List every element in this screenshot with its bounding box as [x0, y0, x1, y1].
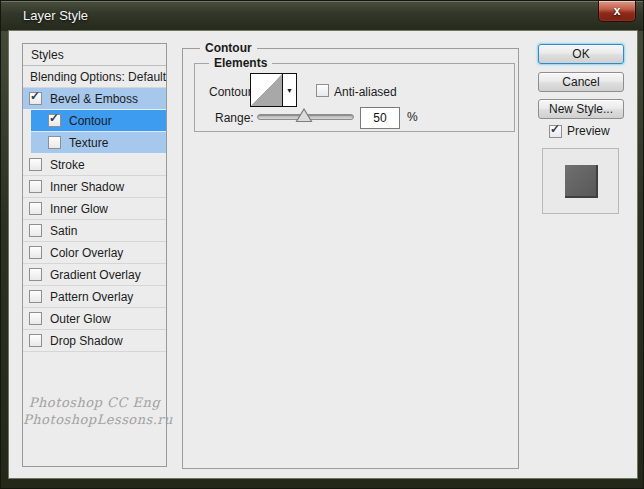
- sidebar-item-pattern-overlay[interactable]: Pattern Overlay: [23, 286, 166, 308]
- range-slider-thumb[interactable]: [295, 108, 313, 123]
- sidebar-item-stroke[interactable]: Stroke: [23, 154, 166, 176]
- gradient-overlay-checkbox[interactable]: [29, 268, 42, 281]
- checkmark-icon: ✓: [550, 123, 560, 136]
- ok-button[interactable]: OK: [538, 44, 624, 64]
- range-label: Range:: [215, 111, 254, 125]
- anti-aliased-label: Anti-aliased: [334, 85, 397, 99]
- contour-checkbox[interactable]: ✓: [48, 114, 61, 127]
- title-bar[interactable]: Layer Style x: [1, 1, 643, 31]
- anti-aliased-checkbox[interactable]: [316, 84, 329, 97]
- sidebar-item-blending-options[interactable]: Blending Options: Default: [23, 66, 166, 88]
- inner-glow-checkbox[interactable]: [29, 202, 42, 215]
- contour-group-title: Contour: [200, 41, 257, 55]
- sidebar-item-texture[interactable]: Texture: [31, 132, 166, 154]
- inner-shadow-checkbox[interactable]: [29, 180, 42, 193]
- layer-style-dialog: Layer Style x Styles Blending Options: D…: [0, 0, 644, 489]
- sidebar-item-contour[interactable]: ✓ Contour: [31, 110, 166, 132]
- preview-label: Preview: [567, 124, 610, 138]
- outer-glow-checkbox[interactable]: [29, 312, 42, 325]
- watermark: Photoshop CC Eng PhotoshopLessons.ru: [23, 394, 166, 428]
- close-icon: x: [614, 4, 621, 18]
- checkmark-icon: ✓: [30, 90, 40, 103]
- drop-shadow-checkbox[interactable]: [29, 334, 42, 347]
- sidebar-item-inner-glow[interactable]: Inner Glow: [23, 198, 166, 220]
- sidebar-item-satin[interactable]: Satin: [23, 220, 166, 242]
- satin-checkbox[interactable]: [29, 224, 42, 237]
- contour-panel: Contour Elements Contour: ▼ Anti-aliased…: [182, 48, 519, 469]
- sidebar-item-gradient-overlay[interactable]: Gradient Overlay: [23, 264, 166, 286]
- sidebar-item-drop-shadow[interactable]: Drop Shadow: [23, 330, 166, 352]
- sidebar-item-inner-shadow[interactable]: Inner Shadow: [23, 176, 166, 198]
- watermark-line2: PhotoshopLessons.ru: [23, 411, 166, 428]
- contour-field-label: Contour:: [209, 85, 255, 99]
- contour-picker[interactable]: ▼: [250, 73, 297, 107]
- styles-header: Styles: [23, 44, 166, 66]
- style-preview-thumbnail: [565, 165, 598, 198]
- range-input[interactable]: [360, 107, 400, 129]
- texture-checkbox[interactable]: [48, 136, 61, 149]
- elements-group: Elements Contour: ▼ Anti-aliased Range: …: [194, 63, 515, 132]
- sidebar-item-outer-glow[interactable]: Outer Glow: [23, 308, 166, 330]
- stroke-checkbox[interactable]: [29, 158, 42, 171]
- pattern-overlay-checkbox[interactable]: [29, 290, 42, 303]
- elements-group-title: Elements: [209, 56, 272, 70]
- bevel-emboss-checkbox[interactable]: ✓: [29, 92, 42, 105]
- styles-panel: Styles Blending Options: Default ✓ Bevel…: [22, 43, 167, 467]
- color-overlay-checkbox[interactable]: [29, 246, 42, 259]
- new-style-button[interactable]: New Style...: [538, 99, 624, 119]
- cancel-button[interactable]: Cancel: [538, 72, 624, 92]
- sidebar-item-bevel-emboss[interactable]: ✓ Bevel & Emboss: [23, 88, 166, 110]
- range-unit-label: %: [407, 110, 418, 124]
- contour-thumbnail[interactable]: [251, 74, 283, 106]
- style-preview-swatch: [542, 148, 619, 214]
- dialog-body: Styles Blending Options: Default ✓ Bevel…: [9, 31, 637, 478]
- checkmark-icon: ✓: [49, 112, 59, 125]
- window-title: Layer Style: [23, 8, 88, 23]
- preview-option: ✓ Preview: [549, 124, 610, 138]
- sidebar-item-color-overlay[interactable]: Color Overlay: [23, 242, 166, 264]
- preview-checkbox[interactable]: ✓: [549, 125, 562, 138]
- chevron-down-icon[interactable]: ▼: [283, 74, 296, 106]
- close-button[interactable]: x: [598, 1, 636, 22]
- watermark-line1: Photoshop CC Eng: [23, 394, 166, 411]
